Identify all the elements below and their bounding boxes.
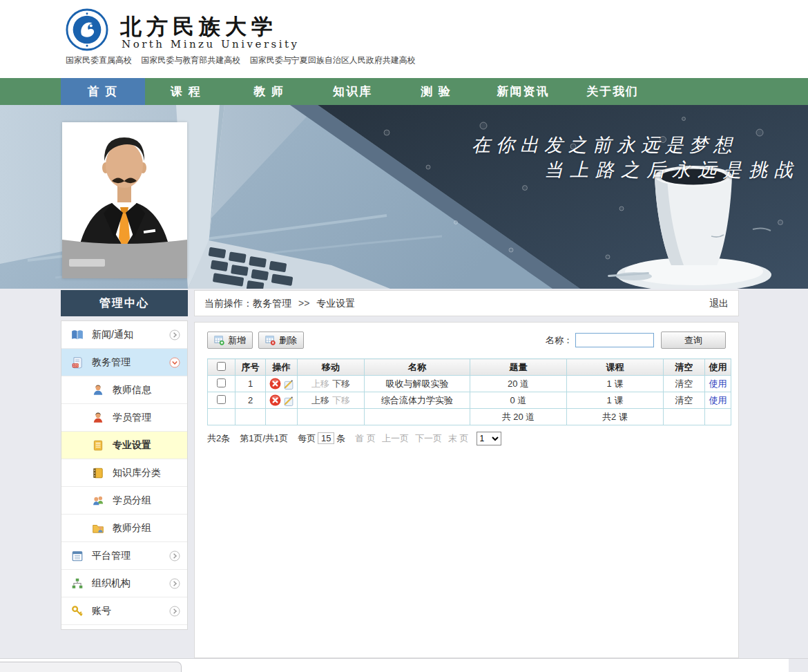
sidebar-item-academic-mgmt[interactable]: 100 教务管理 [61, 349, 187, 376]
col-seq: 序号 [235, 359, 266, 376]
last-page-link[interactable]: 末 页 [448, 432, 469, 445]
sidebar-title: 管理中心 [61, 290, 188, 316]
name-search-input[interactable] [575, 333, 654, 347]
delete-row-icon[interactable] [269, 378, 281, 390]
first-page-link[interactable]: 首 页 [355, 432, 376, 445]
content-panel: 新增 删除 名称： 查询 序号 操作 移动 [194, 322, 739, 658]
table-row: 2 上移下移 综合流体力学实验 0 道 1 课 清空 使用 [208, 392, 731, 409]
tagline: 国家民委直属高校 [66, 55, 132, 65]
banner-slogan-line1: 在你出发之前永远是梦想 [472, 133, 738, 157]
add-button[interactable]: 新增 [207, 332, 253, 349]
col-name: 名称 [365, 359, 470, 376]
edit-row-icon[interactable] [282, 378, 294, 390]
nav-item-knowledge[interactable]: 知识库 [311, 78, 394, 105]
chevron-right-icon [169, 550, 180, 561]
book-icon [71, 329, 84, 341]
table-row: 1 上移下移 吸收与解吸实验 20 道 1 课 清空 使用 [208, 376, 731, 392]
clear-link[interactable]: 清空 [675, 395, 693, 405]
main-nav: 首 页 课 程 教 师 知识库 测 验 新闻资讯 关于我们 [0, 78, 808, 105]
move-down-link[interactable]: 下移 [332, 378, 350, 389]
key-icon [71, 605, 84, 617]
sidebar-item-label: 组织机构 [92, 577, 131, 590]
nav-item-tests[interactable]: 测 验 [394, 78, 478, 105]
sidebar-item-account[interactable]: 账号 [61, 597, 187, 625]
col-clear: 清空 [664, 359, 705, 376]
major-card-icon [92, 439, 104, 452]
university-name-en: North Minzu University [122, 38, 300, 50]
sidebar-item-teacher-groups[interactable]: 教师分组 [61, 515, 187, 542]
prev-page-link[interactable]: 上一页 [382, 432, 409, 445]
svg-text:100: 100 [73, 363, 78, 367]
sidebar-item-news[interactable]: 新闻/通知 [61, 321, 187, 349]
delete-button[interactable]: 删除 [258, 332, 304, 349]
university-name-cn: 北方民族大学 [120, 12, 278, 41]
sidebar-item-student-mgmt[interactable]: 学员管理 [61, 404, 187, 432]
course-cell: 1 课 [567, 392, 664, 409]
sidebar-item-label: 新闻/通知 [92, 329, 133, 341]
platform-icon [71, 550, 84, 562]
row-checkbox[interactable] [217, 378, 226, 387]
select-all-cell [208, 359, 235, 376]
row-checkbox[interactable] [217, 395, 226, 404]
breadcrumb-separator: >> [298, 298, 309, 309]
sidebar-item-platform-mgmt[interactable]: 平台管理 [61, 542, 187, 570]
move-up-link[interactable]: 上移 [311, 395, 329, 405]
tagline: 国家民委与教育部共建高校 [141, 55, 240, 65]
page-info: 第1页/共1页 [240, 432, 288, 445]
toolbar: 新增 删除 名称： 查询 [207, 332, 726, 349]
sidebar-item-teacher-info[interactable]: 教师信息 [61, 376, 187, 404]
questions-total-cell: 共 20 道 [470, 409, 567, 425]
notebook-icon [92, 467, 104, 479]
delete-button-label: 删除 [279, 334, 297, 347]
name-cell: 综合流体力学实验 [365, 392, 470, 409]
logout-link[interactable]: 退出 [709, 291, 729, 316]
sidebar-item-label: 专业设置 [113, 439, 151, 452]
per-page-input[interactable]: 15 [318, 432, 334, 444]
col-action: 操作 [266, 359, 298, 376]
teacher-group-icon [92, 522, 104, 535]
sidebar-item-label: 学员分组 [113, 495, 151, 507]
nav-item-teachers[interactable]: 教 师 [227, 78, 311, 105]
col-course: 课程 [567, 359, 664, 376]
page-footer [0, 658, 808, 672]
delete-row-icon[interactable] [269, 394, 281, 406]
sidebar-item-organization[interactable]: 组织机构 [61, 570, 187, 597]
university-logo-icon [66, 8, 108, 51]
tagline: 国家民委与宁夏回族自治区人民政府共建高校 [250, 55, 416, 65]
nav-item-news[interactable]: 新闻资讯 [478, 78, 568, 105]
nav-item-about[interactable]: 关于我们 [568, 78, 657, 105]
name-cell: 吸收与解吸实验 [365, 376, 470, 392]
select-all-checkbox[interactable] [217, 362, 226, 371]
pagination: 共2条 第1页/共1页 每页15条 首 页 上一页 下一页 末 页 1 [207, 432, 726, 445]
col-questions: 题量 [470, 359, 567, 376]
clear-link[interactable]: 清空 [675, 378, 693, 389]
move-cell: 上移下移 [298, 376, 365, 392]
site-header: 北方民族大学 North Minzu University 国家民委直属高校 国… [0, 0, 808, 78]
page-select[interactable]: 1 [477, 432, 501, 445]
course-cell: 1 课 [567, 376, 664, 392]
footer-widget [0, 662, 182, 672]
nav-item-home[interactable]: 首 页 [61, 78, 145, 105]
sidebar-item-major-settings[interactable]: 专业设置 [61, 432, 187, 459]
per-page-suffix: 条 [336, 433, 345, 443]
search-zone: 名称： 查询 [546, 332, 726, 349]
sidebar-item-label: 教师信息 [113, 384, 151, 396]
per-page-group: 每页15条 [298, 432, 345, 445]
nav-item-courses[interactable]: 课 程 [145, 78, 227, 105]
sidebar-item-student-groups[interactable]: 学员分组 [61, 487, 187, 515]
sidebar-item-label: 教师分组 [113, 522, 151, 535]
table-totals-row: 共 20 道 共2 课 [208, 409, 731, 425]
add-button-label: 新增 [228, 334, 246, 347]
use-link[interactable]: 使用 [709, 378, 727, 389]
edit-row-icon[interactable] [282, 394, 294, 406]
page: 北方民族大学 North Minzu University 国家民委直属高校 国… [0, 0, 808, 672]
sidebar-item-knowledge-category[interactable]: 知识库分类 [61, 459, 187, 487]
query-button[interactable]: 查询 [661, 332, 726, 349]
col-move: 移动 [298, 359, 365, 376]
footer-right-gutter [789, 659, 808, 672]
next-page-link[interactable]: 下一页 [415, 432, 442, 445]
use-link[interactable]: 使用 [709, 395, 727, 405]
breadcrumb-prefix: 当前操作： [204, 298, 253, 309]
sidebar-item-label: 教务管理 [92, 356, 131, 369]
action-cell [266, 376, 298, 392]
